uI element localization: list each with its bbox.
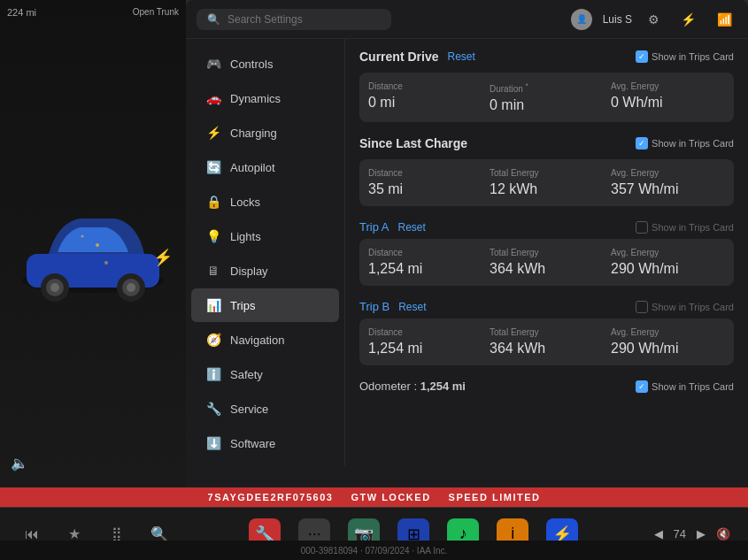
sidebar-item-software[interactable]: ⬇️ Software bbox=[191, 426, 339, 460]
current-drive-duration-label: Duration * bbox=[490, 81, 604, 94]
mute-icon[interactable]: 🔇 bbox=[716, 527, 730, 541]
navigation-icon: 🧭 bbox=[205, 332, 221, 348]
trip-a-show-trips[interactable]: Show in Trips Card bbox=[636, 221, 734, 234]
sidebar-item-locks[interactable]: 🔒 Locks bbox=[191, 185, 339, 219]
sidebar-label-autopilot: Autopilot bbox=[230, 161, 275, 174]
trip-b-header: Trip B Reset Show in Trips Card bbox=[359, 300, 734, 313]
trip-b-stats: Distance 1,254 mi Total Energy 364 kWh A… bbox=[359, 318, 734, 365]
svg-point-8 bbox=[96, 243, 99, 247]
current-drive-header: Current Drive Reset ✓ Show in Trips Card bbox=[359, 50, 734, 64]
avatar: 👤 bbox=[571, 9, 592, 30]
sidebar-label-software: Software bbox=[230, 437, 275, 450]
software-icon: ⬇️ bbox=[205, 435, 221, 451]
trip-a-section: Trip A Reset Show in Trips Card Distance… bbox=[359, 220, 734, 286]
trip-a-total-energy-label: Total Energy bbox=[490, 248, 604, 257]
controls-icon: 🎮 bbox=[205, 56, 221, 72]
sidebar-label-lights: Lights bbox=[230, 230, 261, 243]
current-drive-distance-label: Distance bbox=[368, 81, 482, 91]
current-drive-section: Current Drive Reset ✓ Show in Trips Card… bbox=[359, 50, 734, 122]
slc-distance: Distance 35 mi bbox=[368, 168, 482, 197]
odometer-checkbox[interactable]: ✓ bbox=[636, 380, 648, 393]
sidebar-item-controls[interactable]: 🎮 Controls bbox=[191, 47, 339, 81]
slc-avg-energy-value: 357 Wh/mi bbox=[611, 181, 725, 197]
trip-a-avg-energy-label: Avg. Energy bbox=[611, 248, 725, 257]
current-drive-checkbox[interactable]: ✓ bbox=[636, 50, 648, 63]
odometer-display: Odometer : 1,254 mi bbox=[359, 380, 466, 393]
open-trunk-label[interactable]: Open Trunk bbox=[133, 7, 179, 17]
trip-b-title-group: Trip B Reset bbox=[359, 300, 427, 313]
current-drive-show-trips[interactable]: ✓ Show in Trips Card bbox=[636, 50, 734, 63]
sidebar-item-trips[interactable]: 📊 Trips bbox=[191, 288, 339, 322]
sidebar-label-locks: Locks bbox=[230, 196, 260, 209]
sidebar: 🎮 Controls 🚗 Dynamics ⚡ Charging 🔄 Autop… bbox=[186, 39, 345, 466]
since-last-charge-show-trips[interactable]: ✓ Show in Trips Card bbox=[636, 137, 734, 150]
volume-icon[interactable]: 🔈 bbox=[11, 455, 28, 472]
sidebar-item-charging[interactable]: ⚡ Charging bbox=[191, 116, 339, 150]
svg-point-9 bbox=[104, 261, 108, 265]
current-drive-distance-value: 0 mi bbox=[368, 95, 482, 111]
trip-a-header: Trip A Reset Show in Trips Card bbox=[359, 220, 734, 234]
current-drive-duration-value: 0 min bbox=[490, 97, 604, 113]
sidebar-item-dynamics[interactable]: 🚗 Dynamics bbox=[191, 81, 339, 115]
trip-a-title-group: Trip A Reset bbox=[359, 220, 426, 234]
search-input[interactable] bbox=[227, 13, 381, 26]
odometer-show-trips[interactable]: ✓ Show in Trips Card bbox=[636, 380, 734, 393]
alert-vin: 7SAYGDEE2RF075603 bbox=[208, 492, 334, 502]
media-next-icon[interactable]: ▶ bbox=[697, 527, 706, 541]
trips-icon: 📊 bbox=[205, 297, 221, 313]
sidebar-label-dynamics: Dynamics bbox=[230, 92, 281, 105]
info-bottom-bar: 000-39818094 · 07/09/2024 · IAA Inc. bbox=[0, 541, 748, 560]
since-last-charge-section: Since Last Charge ✓ Show in Trips Card D… bbox=[359, 136, 734, 206]
trip-b-avg-energy-label: Avg. Energy bbox=[611, 327, 725, 337]
volume-value: 74 bbox=[674, 527, 686, 541]
dynamics-icon: 🚗 bbox=[205, 90, 221, 106]
taskbar-right: ◀ 74 ▶ 🔇 bbox=[654, 527, 730, 541]
since-last-charge-checkbox[interactable]: ✓ bbox=[636, 137, 648, 150]
slc-total-energy: Total Energy 12 kWh bbox=[490, 168, 604, 197]
trip-b-checkbox[interactable] bbox=[636, 301, 648, 313]
alert-bar: 7SAYGDEE2RF075603 GTW LOCKED SPEED LIMIT… bbox=[0, 487, 748, 507]
sidebar-label-navigation: Navigation bbox=[230, 334, 284, 347]
trip-b-distance-value: 1,254 mi bbox=[368, 341, 482, 357]
slc-avg-energy-label: Avg. Energy bbox=[611, 168, 725, 178]
settings-icon[interactable]: ⚙ bbox=[643, 11, 665, 28]
current-drive-title: Current Drive bbox=[359, 50, 438, 64]
current-drive-title-group: Current Drive Reset bbox=[359, 50, 475, 64]
car-mileage: 224 mi bbox=[7, 7, 36, 18]
sidebar-item-autopilot[interactable]: 🔄 Autopilot bbox=[191, 150, 339, 184]
slc-avg-energy: Avg. Energy 357 Wh/mi bbox=[611, 168, 725, 197]
trip-a-reset-button[interactable]: Reset bbox=[397, 221, 425, 234]
bluetooth-icon[interactable]: ⚡ bbox=[675, 11, 701, 28]
alert-status2: SPEED LIMITED bbox=[449, 492, 541, 502]
sidebar-item-navigation[interactable]: 🧭 Navigation bbox=[191, 323, 339, 357]
current-drive-reset-button[interactable]: Reset bbox=[447, 50, 474, 63]
sidebar-item-display[interactable]: 🖥 Display bbox=[191, 254, 339, 288]
trip-b-show-trips[interactable]: Show in Trips Card bbox=[636, 301, 734, 313]
trip-a-title[interactable]: Trip A bbox=[359, 220, 389, 234]
trip-a-distance: Distance 1,254 mi bbox=[368, 248, 482, 277]
slc-distance-label: Distance bbox=[368, 168, 482, 178]
trip-b-total-energy-label: Total Energy bbox=[490, 327, 604, 337]
main-screen: 🔍 👤 Luis S ⚙ ⚡ 📶 🎮 Controls 🚗 bbox=[186, 0, 748, 507]
trip-b-total-energy-value: 364 kWh bbox=[490, 341, 604, 357]
content-area: Current Drive Reset ✓ Show in Trips Card… bbox=[345, 39, 748, 466]
search-icon: 🔍 bbox=[207, 13, 220, 26]
autopilot-icon: 🔄 bbox=[205, 159, 221, 175]
display-icon: 🖥 bbox=[205, 263, 221, 279]
sidebar-item-safety[interactable]: ℹ️ Safety bbox=[191, 357, 339, 391]
alert-status1: GTW LOCKED bbox=[351, 492, 430, 502]
odometer-header: Odometer : 1,254 mi ✓ Show in Trips Card bbox=[359, 380, 734, 393]
sidebar-item-service[interactable]: 🔧 Service bbox=[191, 392, 339, 426]
charging-icon: ⚡ bbox=[205, 125, 221, 141]
header-right: 👤 Luis S ⚙ ⚡ 📶 bbox=[571, 9, 737, 30]
trip-a-checkbox[interactable] bbox=[636, 221, 648, 234]
current-drive-energy: Avg. Energy 0 Wh/mi bbox=[611, 81, 725, 113]
trip-b-title[interactable]: Trip B bbox=[359, 300, 389, 313]
trip-b-reset-button[interactable]: Reset bbox=[398, 301, 426, 313]
media-prev-icon[interactable]: ◀ bbox=[654, 527, 663, 541]
sidebar-item-lights[interactable]: 💡 Lights bbox=[191, 219, 339, 253]
wifi-icon[interactable]: 📶 bbox=[712, 11, 737, 28]
current-drive-energy-label: Avg. Energy bbox=[611, 81, 725, 91]
trip-a-distance-value: 1,254 mi bbox=[368, 261, 482, 277]
search-container[interactable]: 🔍 bbox=[197, 9, 391, 30]
